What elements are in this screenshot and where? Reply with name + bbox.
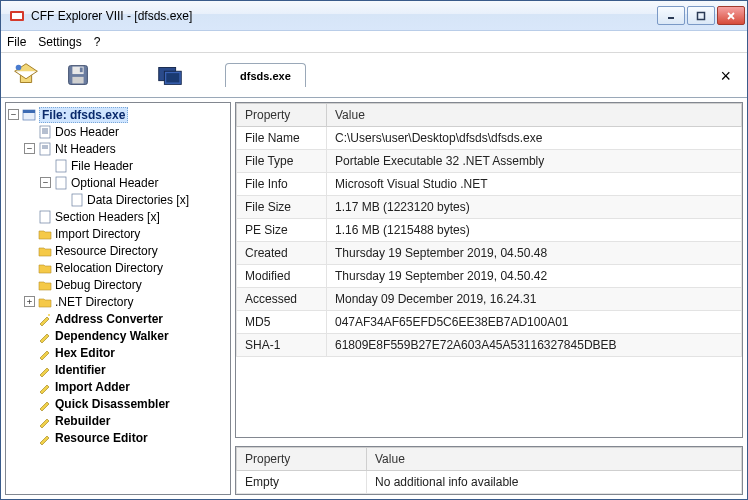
cell-key: Modified	[237, 265, 327, 288]
tab-close-icon[interactable]: ×	[720, 66, 731, 87]
properties-table: Property Value File NameC:\Users\user\De…	[236, 103, 742, 357]
cell-value: Monday 09 December 2019, 16.24.31	[327, 288, 742, 311]
table-row[interactable]: CreatedThursday 19 September 2019, 04.50…	[237, 242, 742, 265]
table-row[interactable]: SHA-161809E8F559B27E72A603A45A5311632784…	[237, 334, 742, 357]
tool-icon	[38, 414, 52, 428]
cell-value: No additional info available	[367, 471, 742, 494]
cell-key: Created	[237, 242, 327, 265]
table-row[interactable]: File NameC:\Users\user\Desktop\dfsds\dfs…	[237, 127, 742, 150]
table-row[interactable]: ModifiedThursday 19 September 2019, 04.5…	[237, 265, 742, 288]
collapse-icon[interactable]: −	[8, 109, 19, 120]
cell-key: File Name	[237, 127, 327, 150]
app-icon	[9, 8, 25, 24]
header-icon	[38, 142, 52, 156]
menu-help[interactable]: ?	[94, 35, 101, 49]
toolbar: dfsds.exe ×	[1, 53, 747, 97]
folder-icon	[38, 244, 52, 258]
expand-icon[interactable]: +	[24, 296, 35, 307]
cell-value: C:\Users\user\Desktop\dfsds\dfsds.exe	[327, 127, 742, 150]
properties-panel: Property Value File NameC:\Users\user\De…	[235, 102, 743, 438]
tree-item[interactable]: Section Headers [x]	[8, 208, 228, 225]
collapse-icon[interactable]: −	[40, 177, 51, 188]
maximize-button[interactable]	[687, 6, 715, 25]
window-buttons	[657, 6, 745, 25]
tab-label: dfsds.exe	[240, 70, 291, 82]
folder-icon	[38, 261, 52, 275]
tree-item[interactable]: Rebuilder	[8, 412, 228, 429]
tree-item[interactable]: Resource Directory	[8, 242, 228, 259]
tree-item[interactable]: Dos Header	[8, 123, 228, 140]
table-row[interactable]: File InfoMicrosoft Visual Studio .NET	[237, 173, 742, 196]
tree-item[interactable]: +.NET Directory	[8, 293, 228, 310]
svg-rect-23	[56, 160, 66, 172]
tab-file[interactable]: dfsds.exe	[225, 63, 306, 87]
table-row[interactable]: EmptyNo additional info available	[237, 471, 742, 494]
menu-file[interactable]: File	[7, 35, 26, 49]
content: Property Value File NameC:\Users\user\De…	[235, 102, 743, 495]
svg-rect-3	[698, 12, 705, 19]
cell-value: 61809E8F559B27E72A603A45A53116327845DBEB	[327, 334, 742, 357]
cell-value: 1.17 MB (1223120 bytes)	[327, 196, 742, 219]
table-row[interactable]: File Size1.17 MB (1223120 bytes)	[237, 196, 742, 219]
svg-point-27	[48, 314, 50, 316]
cell-value: Thursday 19 September 2019, 04.50.48	[327, 242, 742, 265]
cell-value: Thursday 19 September 2019, 04.50.42	[327, 265, 742, 288]
svg-rect-1	[12, 13, 22, 19]
header-icon	[70, 193, 84, 207]
tree-item[interactable]: Quick Disassembler	[8, 395, 228, 412]
tree-item[interactable]: Import Adder	[8, 378, 228, 395]
tool-icon	[38, 431, 52, 445]
close-button[interactable]	[717, 6, 745, 25]
tree-item[interactable]: −Nt Headers	[8, 140, 228, 157]
header-icon	[38, 125, 52, 139]
menu-settings[interactable]: Settings	[38, 35, 81, 49]
svg-rect-16	[40, 126, 50, 138]
open-icon[interactable]	[9, 58, 43, 92]
svg-rect-13	[166, 73, 179, 82]
tree-item[interactable]: Dependency Walker	[8, 327, 228, 344]
tree-item[interactable]: Identifier	[8, 361, 228, 378]
tool-icon	[38, 346, 52, 360]
col-property[interactable]: Property	[237, 448, 367, 471]
table-row[interactable]: AccessedMonday 09 December 2019, 16.24.3…	[237, 288, 742, 311]
tree-panel[interactable]: − File: dfsds.exe Dos Header −Nt Headers…	[5, 102, 231, 495]
svg-rect-25	[72, 194, 82, 206]
col-value[interactable]: Value	[367, 448, 742, 471]
titlebar[interactable]: CFF Explorer VIII - [dfsds.exe]	[1, 1, 747, 31]
header-icon	[54, 176, 68, 190]
tree-item[interactable]: Data Directories [x]	[8, 191, 228, 208]
col-property[interactable]: Property	[237, 104, 327, 127]
tree-item[interactable]: Import Directory	[8, 225, 228, 242]
tree-item[interactable]: Debug Directory	[8, 276, 228, 293]
body: − File: dfsds.exe Dos Header −Nt Headers…	[1, 97, 747, 499]
tree-root[interactable]: − File: dfsds.exe	[8, 106, 228, 123]
tree-root-label: File: dfsds.exe	[39, 107, 128, 123]
cell-key: File Size	[237, 196, 327, 219]
windows-icon[interactable]	[153, 58, 187, 92]
extra-panel: Property Value EmptyNo additional info a…	[235, 446, 743, 495]
extra-table: Property Value EmptyNo additional info a…	[236, 447, 742, 494]
tool-icon	[38, 380, 52, 394]
tree-item[interactable]: −Optional Header	[8, 174, 228, 191]
tool-icon	[38, 397, 52, 411]
tree-item[interactable]: Resource Editor	[8, 429, 228, 446]
tree-item[interactable]: File Header	[8, 157, 228, 174]
tree-item[interactable]: Hex Editor	[8, 344, 228, 361]
svg-rect-9	[72, 77, 83, 84]
folder-icon	[38, 227, 52, 241]
table-row[interactable]: PE Size1.16 MB (1215488 bytes)	[237, 219, 742, 242]
tree-item[interactable]: Relocation Directory	[8, 259, 228, 276]
save-icon[interactable]	[61, 58, 95, 92]
svg-rect-26	[40, 211, 50, 223]
cell-value: 047AF34AF65EFD5C6EE38EB7AD100A01	[327, 311, 742, 334]
table-row[interactable]: MD5047AF34AF65EFD5C6EE38EB7AD100A01	[237, 311, 742, 334]
minimize-button[interactable]	[657, 6, 685, 25]
table-row[interactable]: File TypePortable Executable 32 .NET Ass…	[237, 150, 742, 173]
collapse-icon[interactable]: −	[24, 143, 35, 154]
svg-rect-20	[40, 143, 50, 155]
col-value[interactable]: Value	[327, 104, 742, 127]
svg-point-6	[16, 65, 22, 71]
tree-item[interactable]: Address Converter	[8, 310, 228, 327]
file-icon	[22, 108, 36, 122]
header-icon	[38, 210, 52, 224]
